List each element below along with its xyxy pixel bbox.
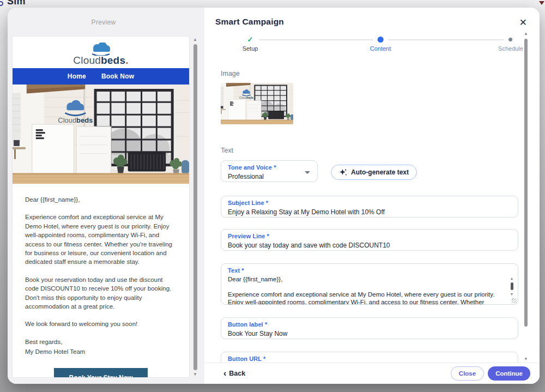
chevron-down-icon [305, 171, 310, 174]
tone-voice-select[interactable]: Tone and Voice * Professional [221, 160, 318, 182]
todo-step-dot-icon [509, 38, 513, 41]
subject-line-field[interactable]: Subject Line * Enjoy a Relaxing Stay at … [221, 196, 518, 218]
email-cta-button[interactable]: Book Your Stay Now [54, 368, 148, 377]
stepper-line [388, 39, 504, 40]
textarea-scrollbar[interactable]: ▲ ▼ [508, 276, 515, 297]
close-button[interactable]: Close [451, 366, 484, 381]
scroll-down-icon[interactable]: ▼ [524, 357, 528, 362]
email-body: Dear {{first_name}}, Experience comfort … [13, 184, 189, 357]
image-section-label: Image [221, 70, 240, 77]
email-hero-image [13, 85, 189, 184]
cloud-icon [89, 43, 113, 56]
scroll-up-icon[interactable]: ▲ [510, 276, 514, 281]
text-section-label: Text [221, 147, 233, 154]
email-paragraph: Experience comfort and exceptional servi… [25, 213, 177, 266]
email-signature: Best regards, [25, 337, 177, 346]
check-icon: ✓ [247, 35, 253, 44]
preview-scrollbar-thumb[interactable] [193, 44, 197, 370]
back-button[interactable]: ‹ Back [223, 370, 245, 377]
stepper: ✓ Setup Content Schedule [215, 35, 522, 53]
preview-line-field[interactable]: Preview Line * Book your stay today and … [221, 229, 518, 251]
campaign-image-thumbnail[interactable] [221, 83, 293, 124]
cloudbeds-wordmark: Cloudbeds. [73, 56, 128, 65]
modal-title: Smart Campaign [215, 17, 284, 27]
textarea-scrollbar-thumb[interactable] [511, 282, 513, 290]
text-field[interactable]: Text * Dear {{first_name}}, Experience c… [221, 263, 518, 305]
scroll-up-icon[interactable]: ▲ [524, 31, 528, 37]
form-scrollbar-thumb[interactable] [524, 39, 528, 327]
close-icon[interactable]: ✕ [519, 18, 527, 27]
preview-scrollbar[interactable]: ▲ ▼ [192, 37, 198, 377]
cloudbeds-logo: Cloudbeds. [13, 37, 189, 68]
email-signature-name: My Demo Hotel Team [25, 347, 177, 356]
email-paragraph: We look forward to welcoming you soon! [25, 319, 177, 328]
background-page-title: Sim [7, 0, 26, 7]
background-ring-icon [0, 1, 3, 6]
scroll-up-icon[interactable]: ▲ [193, 37, 197, 43]
form-scrollbar[interactable]: ▲ ▼ [523, 31, 529, 362]
button-label-field[interactable]: Button label * Book Your Stay Now [221, 317, 518, 339]
text-field-value: Dear {{first_name}}, Experience comfort … [228, 275, 511, 305]
auto-generate-button[interactable]: Auto-generate text [331, 165, 417, 180]
sparkle-icon [339, 168, 347, 177]
modal-footer: ‹ Back Close Continue [204, 363, 540, 384]
resize-grip[interactable] [512, 298, 517, 303]
email-preview-panel: Preview Cloudbeds. Home Book Now Dear {{… [8, 8, 204, 384]
nav-home-link[interactable]: Home [68, 73, 86, 80]
active-step-dot-icon [378, 37, 384, 43]
smart-campaign-modal: Preview Cloudbeds. Home Book Now Dear {{… [8, 8, 540, 384]
stepper-line [259, 39, 373, 40]
campaign-form-panel: Smart Campaign ✕ ✓ Setup Content Schedul… [204, 8, 540, 384]
corner-marker-icon [539, 1, 544, 5]
email-paragraph: Book your reservation today and use the … [25, 275, 177, 311]
scroll-down-icon[interactable]: ▼ [510, 292, 514, 297]
email-navbar: Home Book Now [13, 68, 189, 85]
preview-heading: Preview [8, 19, 199, 26]
chevron-left-icon: ‹ [223, 370, 226, 377]
step-schedule[interactable]: Schedule [498, 35, 523, 52]
email-paragraph: Dear {{first_name}}, [25, 195, 177, 204]
step-setup[interactable]: ✓ Setup [243, 35, 258, 52]
nav-book-now-link[interactable]: Book Now [101, 73, 134, 80]
email-preview-card: Cloudbeds. Home Book Now Dear {{first_na… [13, 37, 189, 377]
scroll-down-icon[interactable]: ▼ [193, 372, 197, 377]
continue-button[interactable]: Continue [488, 366, 530, 381]
step-content[interactable]: Content [370, 35, 391, 52]
